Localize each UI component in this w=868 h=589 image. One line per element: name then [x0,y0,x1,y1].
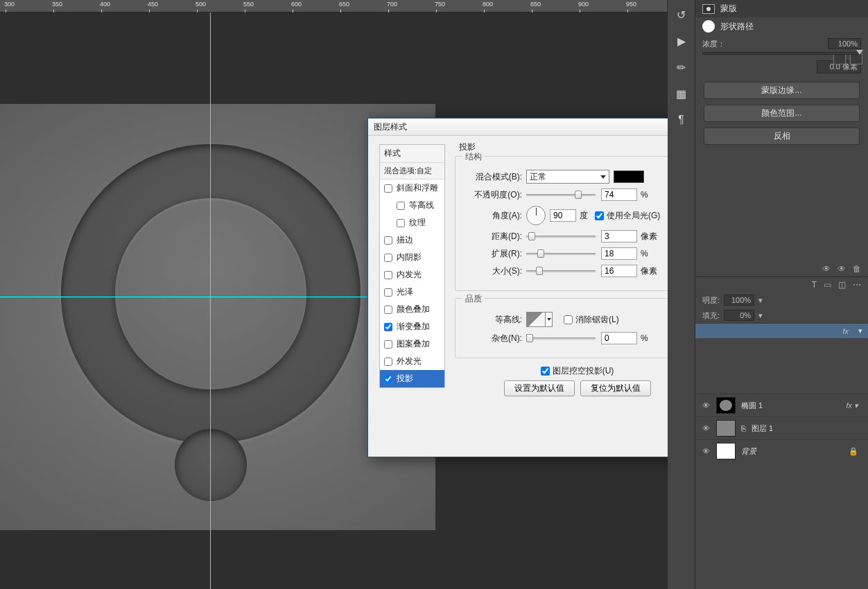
layer-row[interactable]: 👁椭圆 1fx ▾ [695,394,868,416]
rect-icon[interactable]: ▭ [824,280,831,290]
invert-button[interactable]: 反相 [704,128,859,145]
style-item-checkbox[interactable] [384,254,392,262]
brush-icon[interactable]: ✏ [674,60,689,75]
spread-slider[interactable] [526,249,596,258]
fx-badge[interactable]: fx ▾ [846,401,862,410]
style-item[interactable]: 描边 [380,231,444,249]
mask-mode-icons[interactable] [833,53,862,64]
guide-vertical[interactable] [210,12,211,589]
path-icon[interactable]: ◫ [838,280,846,290]
style-item[interactable]: 颜色叠加 [380,301,444,318]
style-item[interactable]: 图案叠加 [380,335,444,353]
style-item[interactable]: 内发光 [380,266,444,283]
section-title: 投影 [459,141,700,153]
layer-row-selected-strip[interactable]: fx▾ [695,323,868,338]
shape-path-row[interactable]: 形状路径 [695,17,868,35]
eye-icon[interactable]: 👁 [837,264,846,274]
size-slider[interactable] [526,266,596,276]
vector-mask-icon [702,20,715,33]
eye-icon[interactable]: 👁 [822,264,831,274]
style-item-checkbox[interactable] [384,375,392,383]
style-item-checkbox[interactable] [384,323,392,331]
styles-header[interactable]: 样式 [380,145,444,163]
style-item[interactable]: 光泽 [380,283,444,301]
layer-row[interactable]: 👁背景🔒 [695,439,868,462]
contour-dropdown[interactable] [546,312,553,327]
style-item[interactable]: 等高线 [380,197,444,214]
mask-edge-button[interactable]: 蒙版边缘... [704,82,859,99]
blend-mode-select[interactable]: 正常 [526,170,609,184]
contour-picker[interactable] [526,312,546,327]
paragraph-icon[interactable]: ¶ [674,112,689,128]
layer-thumbnail[interactable] [716,443,736,459]
style-item[interactable]: 纹理 [380,214,444,231]
opacity-input[interactable] [601,188,637,201]
chevron-down-icon[interactable]: ▾ [758,296,763,305]
size-input[interactable] [601,265,637,277]
ruler-mark: 650 [339,1,349,8]
style-item[interactable]: 渐变叠加 [380,318,444,335]
visibility-eye-icon[interactable]: 👁 [701,401,711,410]
layer-name: 椭圆 1 [741,401,763,411]
history-icon[interactable]: ↺ [674,7,689,22]
layer-fill-value[interactable]: 0% [724,310,754,321]
style-item-label: 纹理 [409,217,426,229]
global-light-checkbox[interactable]: 使用全局光(G) [595,210,660,222]
mask-panel-header[interactable]: 蒙版 [695,0,868,17]
reset-default-button[interactable]: 复位为默认值 [580,380,651,396]
style-item[interactable]: 内阴影 [380,249,444,266]
style-item-checkbox[interactable] [384,306,392,314]
layer-thumbnail[interactable] [716,420,736,437]
style-item[interactable]: 外发光 [380,353,444,370]
ruler-mark: 400 [100,1,110,8]
noise-slider[interactable] [526,333,596,343]
color-range-button[interactable]: 颜色范围... [704,105,859,122]
visibility-eye-icon[interactable]: 👁 [701,447,711,455]
link-icon[interactable]: ⎘ [741,424,746,432]
set-default-button[interactable]: 设置为默认值 [504,380,575,396]
layer-row[interactable]: 👁⎘图层 1 [695,416,868,439]
style-item-checkbox[interactable] [384,340,392,349]
style-item[interactable]: 投影 [380,370,444,387]
shadow-color[interactable] [614,170,644,183]
opacity-slider[interactable] [526,190,596,200]
knockout-checkbox[interactable]: 图层挖空投影(U) [541,365,614,377]
layers-list: 👁椭圆 1fx ▾👁⎘图层 1👁背景🔒 [695,394,868,462]
swatches-icon[interactable]: ▦ [674,86,689,101]
more-icon[interactable]: ⋯ [853,280,861,290]
style-item-checkbox[interactable] [384,236,392,245]
chevron-down-icon[interactable]: ▾ [858,326,862,335]
dialog-center: 投影 结构 混合模式(B): 正常 不透明度(O): % [455,139,700,450]
style-item-checkbox[interactable] [384,184,392,193]
style-item-checkbox[interactable] [397,219,405,227]
angle-input[interactable] [550,209,576,222]
spread-label: 扩展(R): [461,248,522,260]
ruler-mark: 500 [196,1,206,8]
distance-slider[interactable] [526,231,596,241]
layer-opacity-value[interactable]: 100% [724,294,754,306]
style-item-checkbox[interactable] [384,358,392,366]
play-icon[interactable]: ▶ [674,33,689,49]
trash-icon[interactable]: 🗑 [853,264,861,274]
fx-badge[interactable]: fx [842,327,853,335]
layer-thumbnail[interactable] [716,397,736,414]
contour-label: 等高线: [461,314,522,326]
chevron-down-icon [600,175,606,179]
style-item-checkbox[interactable] [384,288,392,297]
antialias-checkbox[interactable]: 消除锯齿(L) [564,314,619,326]
shape-tongue [175,429,247,501]
distance-input[interactable] [601,230,637,243]
style-item-checkbox[interactable] [397,202,405,210]
visibility-eye-icon[interactable]: 👁 [701,424,711,432]
style-item-checkbox[interactable] [384,271,392,279]
type-icon[interactable]: T [812,280,817,290]
ruler-mark: 900 [578,1,589,8]
group-structure: 结构 混合模式(B): 正常 不透明度(O): % 角度(A): [455,156,700,291]
blend-options[interactable]: 混合选项:自定 [380,163,444,179]
spread-input[interactable] [601,247,637,260]
chevron-down-icon[interactable]: ▾ [758,311,763,320]
density-value[interactable]: 100% [828,38,861,49]
noise-input[interactable] [601,332,637,344]
style-item[interactable]: 斜面和浮雕 [380,179,444,197]
angle-dial[interactable] [526,206,546,225]
